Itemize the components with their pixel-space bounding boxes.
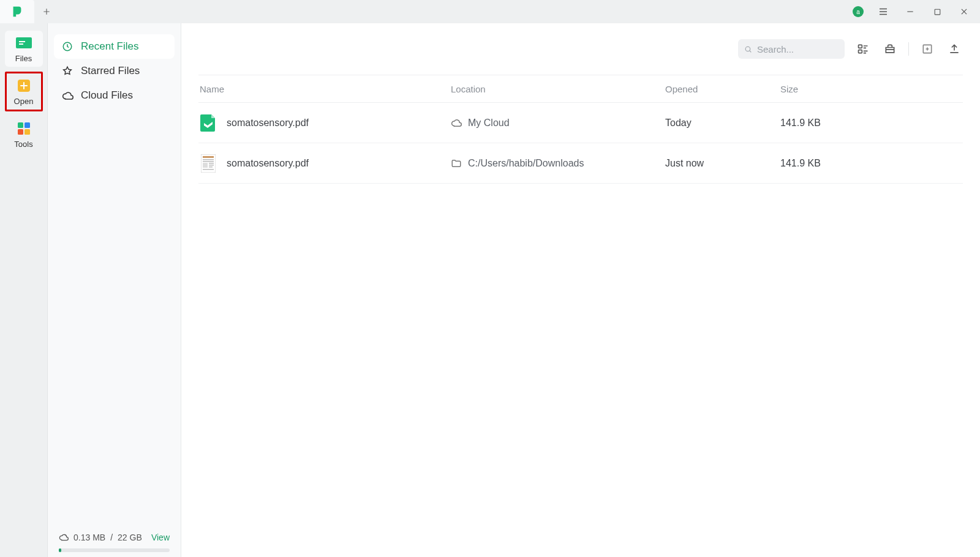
new-file-button[interactable]: [919, 40, 936, 58]
nav-recent-files[interactable]: Recent Files: [54, 34, 175, 59]
svg-rect-21: [209, 166, 213, 168]
svg-rect-20: [209, 165, 214, 166]
svg-rect-18: [203, 163, 208, 168]
body: Files Open Tools R: [0, 23, 980, 557]
nav-starred-files[interactable]: Starred Files: [54, 59, 175, 83]
table-header: Name Location Opened Size: [198, 75, 963, 103]
upload-icon: [948, 43, 960, 55]
toolbox-button[interactable]: [881, 40, 899, 58]
app-menu-button[interactable]: [876, 4, 891, 19]
main-toolbar: [181, 23, 980, 75]
main-area: Name Location Opened Size somatosensory.…: [181, 23, 980, 557]
file-size: 141.9 KB: [780, 118, 963, 129]
view-list-button[interactable]: [854, 40, 872, 58]
secondary-nav: Recent Files Starred Files Cloud Files 0…: [48, 23, 181, 557]
file-name: somatosensory.pdf: [227, 118, 309, 129]
storage-bar-fill: [59, 548, 61, 552]
table-row[interactable]: somatosensory.pdf C:/Users/habib/Downloa…: [198, 143, 963, 184]
svg-rect-16: [203, 159, 214, 160]
col-size[interactable]: Size: [780, 84, 963, 94]
file-size: 141.9 KB: [780, 158, 963, 169]
file-location-cell: C:/Users/habib/Downloads: [451, 158, 665, 169]
hamburger-icon: [878, 6, 889, 17]
storage-total: 22 GB: [118, 533, 142, 542]
svg-rect-22: [203, 169, 214, 170]
rail-item-files[interactable]: Files: [5, 31, 43, 67]
svg-rect-1: [16, 37, 32, 48]
col-opened[interactable]: Opened: [665, 84, 780, 94]
storage-bar: [59, 548, 170, 552]
titlebar-right: a: [853, 4, 980, 19]
storage-used: 0.13 MB: [74, 533, 105, 542]
search-box[interactable]: [738, 39, 845, 59]
avatar-letter: a: [856, 9, 860, 15]
file-location: My Cloud: [468, 118, 510, 129]
star-icon: [61, 65, 74, 77]
file-location-cell: My Cloud: [451, 118, 665, 129]
svg-rect-2: [19, 41, 25, 42]
rail-label-tools: Tools: [14, 140, 32, 149]
rail-item-tools[interactable]: Tools: [5, 116, 43, 152]
folder-icon: [451, 158, 462, 169]
left-rail: Files Open Tools: [0, 23, 48, 557]
file-opened: Just now: [665, 158, 780, 169]
svg-rect-6: [24, 122, 30, 128]
col-location[interactable]: Location: [451, 84, 665, 94]
minimize-button[interactable]: [903, 4, 918, 19]
storage-sep: /: [110, 533, 113, 542]
files-icon: [15, 36, 32, 50]
upload-button[interactable]: [946, 40, 963, 58]
nav-starred-label: Starred Files: [81, 65, 140, 77]
svg-rect-8: [24, 129, 30, 135]
nav-cloud-label: Cloud Files: [81, 89, 133, 102]
files-table: Name Location Opened Size somatosensory.…: [198, 75, 963, 184]
cloud-small-icon: [59, 533, 69, 542]
home-tab[interactable]: [0, 0, 34, 23]
file-location: C:/Users/habib/Downloads: [468, 158, 584, 169]
svg-rect-3: [19, 43, 23, 45]
rail-item-open[interactable]: Open: [5, 72, 43, 111]
nav-cloud-files[interactable]: Cloud Files: [54, 83, 175, 108]
file-thumb-doc-icon: [200, 154, 217, 173]
nav-recent-label: Recent Files: [81, 40, 138, 53]
toolbox-icon: [884, 43, 896, 55]
svg-rect-15: [203, 156, 214, 158]
search-icon: [744, 45, 752, 54]
maximize-icon: [933, 8, 941, 16]
svg-point-10: [745, 47, 750, 51]
open-icon: [15, 78, 32, 93]
svg-rect-7: [18, 129, 23, 135]
svg-rect-12: [859, 50, 862, 53]
rail-label-open: Open: [14, 97, 34, 106]
svg-rect-17: [203, 161, 214, 162]
app-logo-icon: [10, 5, 24, 18]
storage-view-link[interactable]: View: [151, 533, 170, 542]
close-button[interactable]: [957, 4, 971, 19]
search-input[interactable]: [757, 44, 839, 54]
clock-icon: [61, 40, 74, 53]
minimize-icon: [906, 7, 914, 16]
table-row[interactable]: somatosensory.pdf My Cloud Today 141.9 K…: [198, 103, 963, 143]
avatar[interactable]: a: [853, 6, 864, 17]
cloud-icon: [61, 89, 74, 102]
maximize-button[interactable]: [930, 4, 944, 19]
new-tab-button[interactable]: [34, 7, 59, 16]
close-icon: [960, 7, 968, 16]
file-name-cell: somatosensory.pdf: [198, 114, 451, 132]
svg-rect-0: [935, 9, 940, 15]
file-thumb-app-icon: [200, 114, 217, 132]
svg-rect-5: [18, 122, 23, 128]
rail-label-files: Files: [15, 54, 32, 63]
svg-rect-11: [859, 45, 862, 48]
svg-rect-19: [209, 163, 214, 164]
storage-status: 0.13 MB / 22 GB View: [54, 533, 175, 545]
list-view-icon: [857, 43, 869, 55]
toolbar-separator: [908, 42, 909, 56]
file-name: somatosensory.pdf: [227, 158, 309, 169]
cloud-icon: [451, 118, 462, 129]
titlebar-left: [0, 0, 59, 23]
col-name[interactable]: Name: [198, 84, 451, 94]
new-file-icon: [921, 43, 933, 55]
tools-icon: [15, 121, 32, 136]
file-name-cell: somatosensory.pdf: [198, 154, 451, 173]
